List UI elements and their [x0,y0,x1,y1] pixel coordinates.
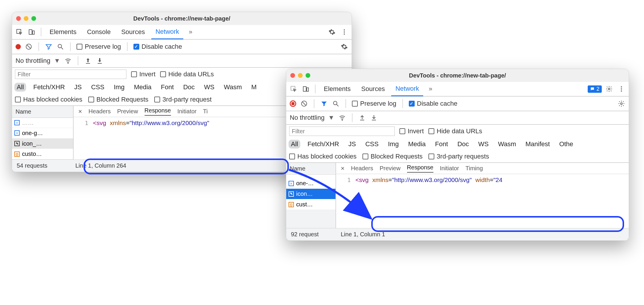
filter-icon[interactable] [320,100,328,107]
invert-checkbox[interactable]: Invert [131,70,155,78]
disable-cache-checkbox[interactable]: ✓Disable cache [133,43,182,50]
filter-doc[interactable]: Doc [181,83,197,92]
filter-input[interactable] [15,70,126,79]
filter-css[interactable]: CSS [89,83,107,92]
disable-cache-checkbox[interactable]: ✓Disable cache [409,100,457,107]
filter-media[interactable]: Media [406,140,428,149]
search-icon[interactable] [57,43,64,50]
search-icon[interactable] [332,100,340,107]
filter-doc[interactable]: Doc [455,140,471,149]
filter-css[interactable]: CSS [363,140,381,149]
tab-timing[interactable]: Timing [465,165,483,172]
close-details-icon[interactable]: × [78,108,82,115]
list-item[interactable]: ≡one-… [286,178,335,189]
tab-response[interactable]: Response [145,107,171,116]
blocked-requests-checkbox[interactable]: Blocked Requests [88,96,148,103]
hide-data-urls-checkbox[interactable]: Hide data URLs [160,70,214,78]
tab-sources[interactable]: Sources [117,25,149,39]
filter-more[interactable]: M [249,83,259,92]
download-icon[interactable] [96,57,104,65]
network-settings-gear-icon[interactable] [340,43,348,50]
tab-preview[interactable]: Preview [379,165,400,172]
tab-timing[interactable]: Ti [203,108,208,115]
wifi-icon[interactable] [338,114,346,122]
tab-initiator[interactable]: Initiator [440,165,459,172]
tab-network[interactable]: Network [391,82,423,96]
throttling-select[interactable]: No throttling▼ [16,57,60,65]
tab-console[interactable]: Console [83,25,115,39]
blocked-cookies-checkbox[interactable]: Has blocked cookies [15,96,82,103]
name-column-header[interactable]: Name [286,163,335,175]
tab-preview[interactable]: Preview [117,108,138,115]
hide-data-urls-checkbox[interactable]: Hide data URLs [428,127,482,135]
filter-fetch-xhr[interactable]: Fetch/XHR [31,83,67,92]
settings-gear-icon[interactable] [327,27,337,37]
wifi-icon[interactable] [64,57,72,65]
filter-img[interactable]: Img [111,83,127,92]
filter-input[interactable] [289,127,395,136]
issues-badge[interactable]: 2 [588,85,602,93]
tab-initiator[interactable]: Initiator [177,108,197,115]
filter-wasm[interactable]: Wasm [496,140,518,149]
filter-media[interactable]: Media [132,83,154,92]
filter-ws[interactable]: WS [476,140,491,149]
inspect-icon[interactable] [289,84,299,94]
clear-icon[interactable] [25,43,33,50]
code-area[interactable]: 1 <svg xmlns="http://www.w3.org/2000/svg… [336,174,629,228]
list-item[interactable]: ≡…… [12,118,73,128]
filter-wasm[interactable]: Wasm [221,83,244,92]
list-item-selected[interactable]: ✎icon_… [12,139,73,149]
filter-font[interactable]: Font [159,83,176,92]
tab-headers[interactable]: Headers [351,165,373,172]
blocked-cookies-checkbox[interactable]: Has blocked cookies [289,153,357,160]
throttling-select[interactable]: No throttling▼ [290,114,334,122]
record-button[interactable] [16,44,21,49]
tab-response[interactable]: Response [407,164,433,173]
kebab-menu-icon[interactable] [616,84,626,94]
tab-elements[interactable]: Elements [320,82,355,96]
option-row: Has blocked cookies Blocked Requests 3rd… [286,151,629,163]
filter-all[interactable]: All [289,140,300,149]
third-party-checkbox[interactable]: 3rd-party requests [428,153,489,160]
third-party-checkbox[interactable]: 3rd-party request [154,96,212,103]
filter-js[interactable]: JS [346,140,358,149]
invert-checkbox[interactable]: Invert [399,127,424,135]
record-button[interactable] [290,100,296,107]
filter-other[interactable]: Othe [557,140,576,149]
name-column-header[interactable]: Name [12,106,73,118]
tab-sources[interactable]: Sources [357,82,389,96]
tab-headers[interactable]: Headers [89,108,111,115]
more-tabs-icon[interactable]: » [186,27,196,37]
tab-elements[interactable]: Elements [45,25,81,39]
close-details-icon[interactable]: × [341,165,345,172]
list-item[interactable]: {}cust… [286,199,335,210]
preserve-log-checkbox[interactable]: Preserve log [352,100,396,107]
list-item[interactable]: {}custo… [12,149,73,159]
filter-ws[interactable]: WS [202,83,217,92]
filter-fetch-xhr[interactable]: Fetch/XHR [305,140,341,149]
preserve-log-checkbox[interactable]: Preserve log [77,43,121,50]
settings-gear-icon[interactable] [604,84,614,94]
titlebar[interactable]: DevTools - chrome://new-tab-page/ [286,69,629,82]
tab-network[interactable]: Network [151,25,183,39]
device-toggle-icon[interactable] [27,27,37,37]
upload-icon[interactable] [84,57,92,65]
network-settings-gear-icon[interactable] [618,100,625,107]
blocked-requests-checkbox[interactable]: Blocked Requests [362,153,423,160]
clear-icon[interactable] [300,100,308,107]
titlebar[interactable]: DevTools - chrome://new-tab-page/ [12,12,352,25]
upload-icon[interactable] [358,114,366,122]
list-item[interactable]: ≡one-g… [12,128,73,139]
download-icon[interactable] [370,114,378,122]
inspect-icon[interactable] [14,27,24,37]
more-tabs-icon[interactable]: » [426,84,435,94]
kebab-menu-icon[interactable] [339,27,349,37]
list-item-selected[interactable]: ✎icon… [286,189,335,199]
filter-all[interactable]: All [14,83,26,92]
filter-icon[interactable] [45,43,52,50]
filter-js[interactable]: JS [72,83,84,92]
filter-img[interactable]: Img [386,140,401,149]
device-toggle-icon[interactable] [301,84,311,94]
filter-font[interactable]: Font [433,140,450,149]
filter-manifest[interactable]: Manifest [523,140,552,149]
